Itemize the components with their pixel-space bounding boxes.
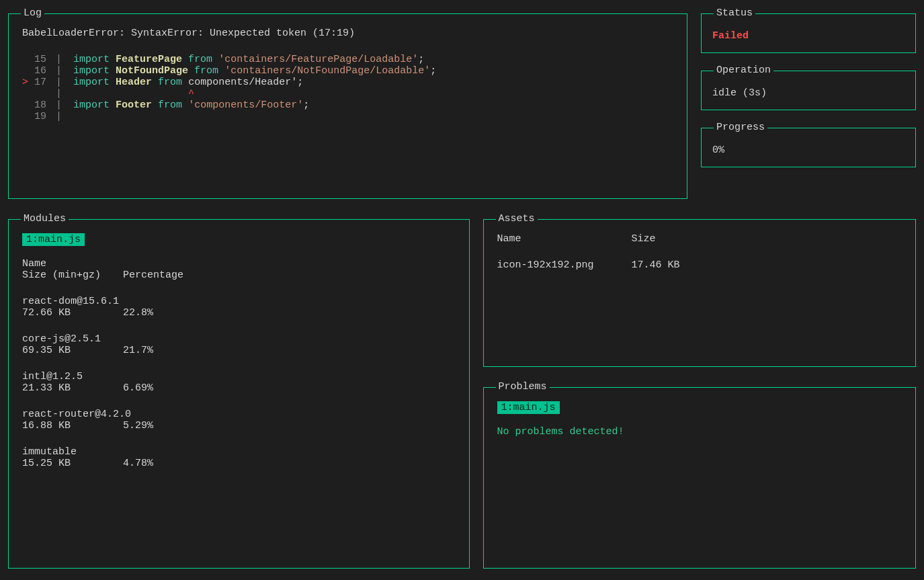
- caret-line: | ^: [22, 88, 673, 99]
- problems-title: Problems: [496, 381, 550, 392]
- module-row: immutable15.25 KB4.78%: [22, 446, 456, 469]
- problems-badge[interactable]: 1:main.js: [497, 401, 560, 414]
- modules-header: Name Size (min+gz)Percentage: [22, 258, 456, 281]
- asset-row: icon-192x192.png17.46 KB: [497, 259, 902, 271]
- progress-panel: Progress 0%: [701, 128, 916, 167]
- log-error-message: BabelLoaderError: SyntaxError: Unexpecte…: [22, 28, 673, 39]
- modules-title: Modules: [21, 213, 69, 224]
- module-row: react-dom@15.6.172.66 KB22.8%: [22, 296, 456, 319]
- status-value: Failed: [712, 30, 905, 42]
- problems-message: No problems detected!: [497, 426, 902, 438]
- code-line-error: > 17| import Header from components/Head…: [22, 77, 673, 88]
- log-panel: Log BabelLoaderError: SyntaxError: Unexp…: [8, 13, 687, 199]
- assets-panel: Assets NameSize icon-192x192.png17.46 KB: [483, 219, 917, 367]
- operation-value: idle (3s): [712, 87, 905, 99]
- operation-title: Operation: [714, 65, 773, 76]
- problems-panel: Problems 1:main.js No problems detected!: [483, 387, 917, 569]
- code-line: 15| import FeaturePage from 'containers/…: [22, 54, 673, 65]
- assets-title: Assets: [496, 213, 538, 224]
- code-block: 15| import FeaturePage from 'containers/…: [22, 54, 673, 122]
- code-line: 16| import NotFoundPage from 'containers…: [22, 65, 673, 77]
- log-title: Log: [21, 7, 44, 19]
- code-line: 18| import Footer from 'components/Foote…: [22, 99, 673, 111]
- progress-title: Progress: [714, 122, 767, 133]
- operation-panel: Operation idle (3s): [701, 71, 916, 110]
- code-line: 19|: [22, 111, 673, 122]
- module-row: core-js@2.5.169.35 KB21.7%: [22, 333, 456, 356]
- module-row: react-router@4.2.016.88 KB5.29%: [22, 409, 456, 431]
- status-panel: Status Failed: [701, 13, 916, 53]
- modules-panel: Modules 1:main.js Name Size (min+gz)Perc…: [8, 219, 470, 569]
- progress-value: 0%: [712, 144, 905, 156]
- assets-header: NameSize: [497, 233, 902, 245]
- module-row: intl@1.2.521.33 KB6.69%: [22, 371, 456, 394]
- status-title: Status: [714, 7, 755, 19]
- modules-badge[interactable]: 1:main.js: [22, 233, 85, 246]
